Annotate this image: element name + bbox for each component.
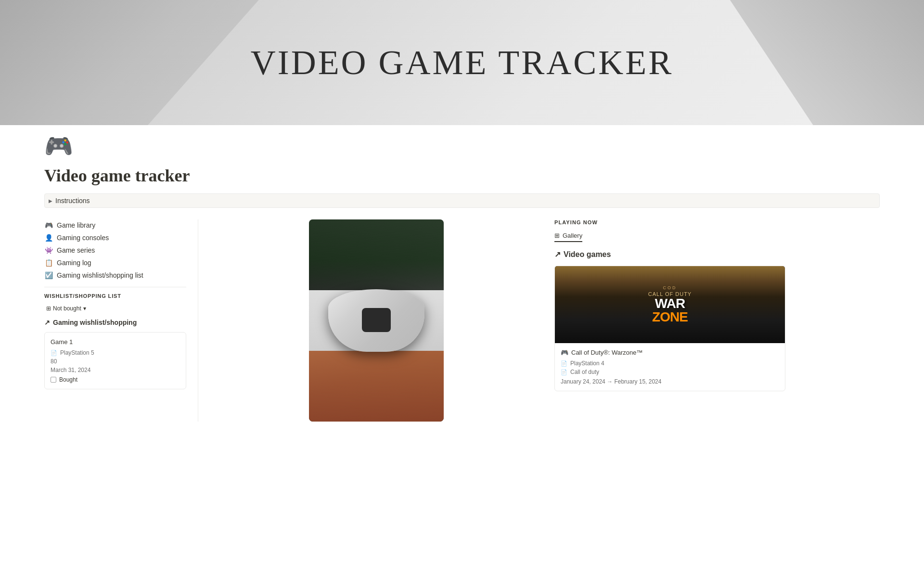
bought-label: Bought (59, 376, 77, 383)
table-surface (309, 351, 444, 422)
page-title: Video game tracker (44, 166, 880, 186)
instructions-label: Instructions (55, 197, 90, 205)
nav-item-gaming-log[interactable]: 📋 Gaming log (44, 257, 186, 269)
nav-label-game-library: Game library (57, 221, 95, 229)
video-games-arrow-icon: ↗ (554, 250, 561, 259)
game-name-row: 🎮 Call of Duty®: Warzone™ (561, 349, 779, 356)
nav-label-gaming-log: Gaming log (57, 259, 91, 267)
wishlist-section-title: WISHLIST/SHOPPING LIST (44, 293, 186, 299)
center-image-area (214, 219, 539, 422)
left-nav: 🎮 Game library 👤 Gaming consoles 👾 Game … (44, 219, 198, 422)
platform-doc-icon: 📄 (561, 360, 567, 367)
gallery-grid-icon: ⊞ (554, 232, 560, 239)
page-icon: 🎮 (44, 133, 73, 160)
right-panel: PLAYING NOW ⊞ Gallery ↗ Video games COD … (554, 219, 880, 422)
wishlist-section: WISHLIST/SHOPPING LIST ⊞ Not bought ▾ ↗ … (44, 293, 186, 389)
gallery-card-warzone[interactable]: COD CALL OF DUTY WAR ZONE 🎮 Call of Duty… (554, 266, 785, 391)
controller-image (309, 219, 444, 422)
nav-label-gaming-wishlist: Gaming wishlist/shopping list (57, 271, 143, 279)
wishlist-shopping-link[interactable]: ↗ Gaming wishlist/shopping (44, 319, 186, 326)
game-platform: PlayStation 4 (570, 360, 604, 367)
hero-banner: VIDEO GAME TRACKER (0, 0, 924, 125)
bought-checkbox-row[interactable]: Bought (51, 376, 180, 383)
gallery-tab[interactable]: ⊞ Gallery (554, 232, 582, 242)
grid-icon: ⊞ (46, 305, 51, 312)
nav-item-game-library[interactable]: 🎮 Game library (44, 219, 186, 231)
game-series: Call of duty (570, 369, 599, 375)
card-date-field: March 31, 2024 (51, 367, 180, 373)
gaming-log-icon: 📋 (44, 259, 53, 267)
war-label: WAR (648, 297, 692, 310)
gaming-wishlist-icon: ☑️ (44, 271, 53, 279)
nav-label-game-series: Game series (57, 246, 95, 254)
nav-label-gaming-consoles: Gaming consoles (57, 234, 109, 242)
nav-item-gaming-consoles[interactable]: 👤 Gaming consoles (44, 232, 186, 244)
date-range: January 24, 2024 → February 15, 2024 (561, 378, 779, 385)
not-bought-filter[interactable]: ⊞ Not bought ▾ (44, 304, 88, 313)
warzone-background: COD CALL OF DUTY WAR ZONE (555, 266, 785, 343)
game-name: Call of Duty®: Warzone™ (571, 349, 643, 356)
cod-label: COD (648, 285, 692, 290)
card-price-value: 80 (51, 358, 57, 365)
filter-label: Not bought (53, 305, 81, 312)
game-card-1[interactable]: Game 1 📄 PlayStation 5 80 March 31, 2024… (44, 332, 186, 389)
warzone-cover-image: COD CALL OF DUTY WAR ZONE (555, 266, 785, 343)
instructions-toggle[interactable]: ▶ Instructions (44, 193, 880, 208)
card-date-value: March 31, 2024 (51, 367, 90, 373)
series-doc-icon: 📄 (561, 369, 567, 375)
warzone-title-text: COD CALL OF DUTY WAR ZONE (648, 285, 692, 324)
game-card-title: Game 1 (51, 338, 180, 346)
page-icon-area: 🎮 (0, 125, 924, 162)
video-games-link[interactable]: ↗ Video games (554, 250, 880, 259)
toggle-arrow-icon: ▶ (49, 198, 52, 204)
nav-item-game-series[interactable]: 👾 Game series (44, 244, 186, 256)
platform-detail-row: 📄 PlayStation 4 (561, 360, 779, 367)
gallery-card-body: 🎮 Call of Duty®: Warzone™ 📄 PlayStation … (555, 343, 785, 391)
nav-item-gaming-wishlist[interactable]: ☑️ Gaming wishlist/shopping list (44, 269, 186, 281)
nav-divider (44, 287, 186, 287)
doc-icon: 📄 (51, 350, 57, 356)
playing-now-title: PLAYING NOW (554, 219, 880, 225)
gaming-consoles-icon: 👤 (44, 234, 53, 242)
arrow-up-right-icon: ↗ (44, 319, 50, 326)
card-price-field: 80 (51, 358, 180, 365)
content-grid: 🎮 Game library 👤 Gaming consoles 👾 Game … (44, 219, 880, 422)
hero-title: VIDEO GAME TRACKER (251, 43, 674, 83)
bought-checkbox[interactable] (51, 377, 56, 383)
game-series-icon: 👾 (44, 246, 53, 254)
controller-visual (328, 289, 424, 352)
series-detail-row: 📄 Call of duty (561, 369, 779, 375)
zone-label: ZONE (648, 310, 692, 324)
video-games-link-label: Video games (564, 250, 611, 259)
main-content: Video game tracker ▶ Instructions 🎮 Game… (0, 162, 924, 441)
card-platform-field: 📄 PlayStation 5 (51, 349, 180, 356)
game-library-icon: 🎮 (44, 221, 53, 229)
card-platform-value: PlayStation 5 (60, 349, 94, 356)
gallery-tab-label: Gallery (563, 232, 582, 239)
game-controller-icon: 🎮 (561, 349, 568, 356)
wishlist-link-label: Gaming wishlist/shopping (53, 319, 137, 326)
filter-chevron-icon: ▾ (83, 305, 86, 312)
